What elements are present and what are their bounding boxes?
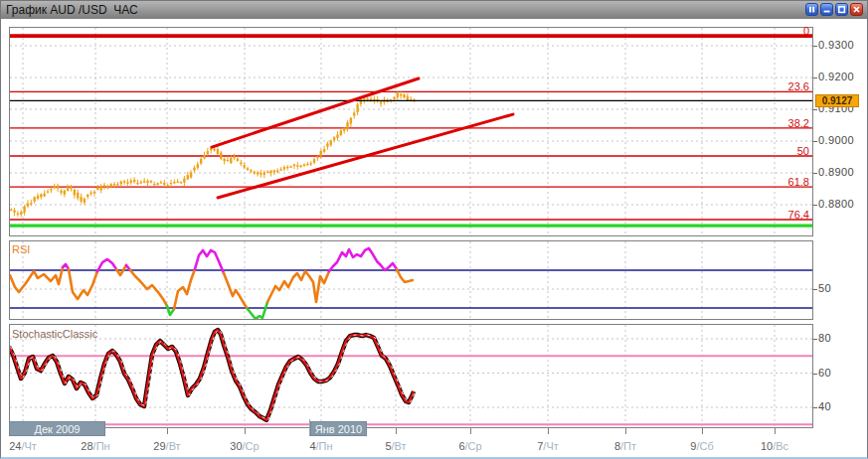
candle-body [160, 182, 162, 183]
candle-body [250, 170, 252, 171]
window-minimize-button[interactable] [820, 3, 833, 16]
candle-body [257, 172, 259, 174]
candle-body [273, 170, 275, 172]
candle-body [340, 130, 342, 135]
candle-body [113, 184, 115, 185]
candle-body [17, 214, 19, 215]
candle-body [203, 155, 205, 158]
candle-body [286, 167, 288, 168]
candle-body [33, 197, 35, 201]
date-axis-label: 10/Вс [761, 440, 788, 452]
month-badge-dec2009: Дек 2009 [9, 421, 105, 436]
date-axis-label: 8/Пт [614, 440, 636, 452]
candle-body [80, 197, 82, 201]
candle-body [166, 185, 168, 186]
fib-level-label: 61.8 [788, 176, 809, 188]
date-axis-label: 9/Сб [690, 440, 713, 452]
candle-body [293, 165, 295, 167]
candle-body [336, 134, 338, 137]
candle-body [47, 191, 49, 192]
candle-body [326, 143, 328, 146]
candle-body [233, 156, 235, 158]
window-title: График AUD /USD ЧАС [1, 3, 138, 17]
candle-body [276, 171, 278, 173]
candle-body [366, 98, 368, 99]
price-chart-canvas[interactable] [10, 28, 812, 235]
candle-body [343, 128, 345, 131]
candle-body [170, 183, 172, 184]
date-day: /Сб [696, 440, 713, 452]
stoch-axis-label: 40 [818, 400, 831, 412]
title-bar[interactable]: График AUD /USD ЧАС [1, 1, 867, 19]
candle-body [20, 212, 22, 215]
candle-body [299, 166, 301, 167]
candle-body [303, 165, 305, 166]
date-num: 30 [230, 440, 242, 452]
date-day: /Вс [773, 440, 788, 452]
candle-body [283, 167, 285, 169]
date-axis-tick [245, 428, 246, 434]
date-axis-tick [396, 428, 397, 434]
candle-body [54, 186, 56, 188]
candle-body [213, 149, 215, 150]
candle-body [70, 187, 72, 190]
candle-body [190, 172, 192, 177]
candle-body [116, 184, 118, 185]
candle-body [266, 172, 268, 173]
candle-body [230, 158, 232, 163]
window-maximize-button[interactable] [835, 3, 848, 16]
stochastic-canvas[interactable] [10, 325, 812, 427]
date-day: /Вт [392, 440, 407, 452]
candle-body [220, 153, 222, 159]
candle-body [60, 191, 62, 193]
rsi-canvas[interactable] [10, 241, 812, 319]
candle-body [156, 183, 158, 185]
current-price-badge: 0.9127 [815, 94, 859, 107]
candle-body [254, 172, 256, 174]
candle-body [23, 207, 25, 213]
price-axis-tick [813, 205, 817, 206]
candle-body [200, 159, 202, 164]
stoch-axis-label: 80 [818, 332, 831, 344]
price-axis-label: 0.9300 [818, 39, 854, 51]
candle-body [247, 168, 249, 170]
candle-body [74, 190, 76, 196]
date-axis-tick [702, 428, 703, 434]
window-close-button[interactable] [850, 3, 863, 16]
candle-body [126, 182, 128, 183]
stoch-axis-tick [813, 374, 817, 375]
candle-body [207, 151, 209, 154]
date-day: /Вт [166, 440, 181, 452]
candle-body [64, 191, 66, 195]
rsi-line [267, 271, 329, 302]
candle-body [260, 173, 261, 175]
date-axis-label: 29/Вт [153, 440, 180, 452]
candle-body [346, 122, 348, 129]
date-axis-label: 30/Ср [230, 440, 259, 452]
date-axis-tick [548, 428, 549, 434]
candle-body [77, 193, 79, 199]
candle-body [177, 182, 179, 183]
date-day: /Чт [21, 440, 36, 452]
date-axis-tick [167, 428, 168, 434]
window-pause-button[interactable] [805, 3, 818, 16]
candle-body [10, 210, 12, 211]
candle-body [407, 96, 409, 100]
fib-level-label: 38.2 [788, 117, 809, 129]
candle-body [330, 141, 332, 145]
candle-body [87, 195, 88, 197]
candle-body [263, 172, 265, 174]
candle-body [310, 163, 312, 164]
price-axis-label: 0.9200 [818, 71, 854, 82]
candle-body [350, 118, 352, 124]
candle-body [136, 183, 138, 184]
rsi-line [397, 269, 413, 282]
candle-body [356, 104, 358, 112]
candle-body [296, 165, 298, 166]
month-badge-jan2010: Янв 2010 [310, 421, 367, 436]
date-axis-label: 5/Вт [385, 440, 406, 452]
price-axis-tick [813, 173, 817, 174]
fib-level-label: 23.6 [788, 80, 809, 92]
maximize-icon [837, 5, 846, 14]
rsi-line [329, 248, 397, 271]
